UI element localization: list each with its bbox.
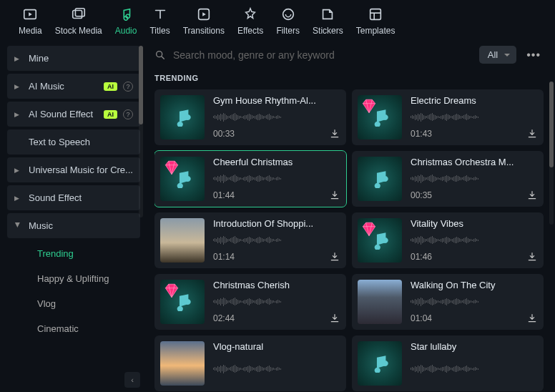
nav-label: Transitions [183,26,225,36]
waveform [213,174,340,184]
track-title: Walking On The City [411,280,538,290]
top-nav: MediaStock MediaAudioTitlesTransitionsEf… [0,0,555,39]
track-duration: 01:14 [213,252,235,262]
media-icon [21,6,39,23]
filter-dropdown[interactable]: All [479,46,516,64]
sidebar-subitem[interactable]: Happy & Uplifting [7,266,140,291]
track-thumbnail [160,280,205,324]
nav-transitions[interactable]: Transitions [179,6,229,36]
chevron-right-icon: ▶ [14,111,21,118]
nav-templates[interactable]: Templates [352,6,400,36]
sidebar-item-label: Text to Speech [29,137,133,147]
track-duration: 01:43 [411,129,432,139]
download-button[interactable] [329,313,340,324]
track-card[interactable]: Electric Dreams 01:43 [352,89,544,145]
track-thumbnail [160,157,205,201]
sidebar-item[interactable]: ▶Music [7,213,140,238]
track-card[interactable]: Walking On The City 01:04 [352,274,544,330]
download-button[interactable] [329,251,340,263]
track-thumbnail [358,280,402,324]
transitions-icon [195,6,212,23]
search-input[interactable] [173,49,472,61]
stock-media-icon [70,6,87,23]
track-grid: Gym House Rhythm-Al... 00:33 Electric Dr… [154,89,544,391]
sidebar-item[interactable]: ▶AI MusicAI? [7,74,140,99]
track-title: Christmas Orchestra M... [411,157,538,167]
sidebar-item[interactable]: ▶Mine [7,46,140,71]
download-button[interactable] [526,190,538,201]
nav-stock-media[interactable]: Stock Media [51,6,107,36]
sidebar: ▶Mine▶AI MusicAI?▶AI Sound EffectAI?Text… [0,39,143,392]
track-thumbnail [160,341,205,386]
track-card[interactable]: Vitality Vibes 01:46 [352,212,544,268]
content-scrollbar[interactable] [549,82,554,225]
effects-icon [242,6,259,23]
chevron-right-icon: ▶ [14,195,21,202]
track-title: Vitality Vibes [411,218,538,229]
download-button[interactable] [526,313,538,324]
nav-titles[interactable]: Titles [145,6,174,36]
stickers-icon [319,6,336,23]
track-thumbnail [358,218,402,263]
sidebar-subitem[interactable]: Trending [7,241,140,266]
nav-label: Templates [356,26,396,36]
waveform [213,364,340,374]
nav-label: Stock Media [55,26,102,36]
diamond-icon [162,159,181,177]
more-button[interactable]: ••• [524,49,544,62]
track-title: Introduction Of Shoppi... [213,218,340,229]
download-button[interactable] [329,128,340,139]
chevron-right-icon: ▶ [14,167,21,174]
waveform [213,112,340,122]
waveform [411,174,538,184]
help-icon[interactable]: ? [123,109,133,119]
track-thumbnail [160,95,205,139]
nav-audio[interactable]: Audio [111,6,142,36]
track-title: Star lullaby [411,341,538,352]
track-thumbnail [160,218,205,263]
track-duration: 01:44 [213,190,235,200]
sidebar-item[interactable]: Text to Speech [7,129,140,155]
track-title: Gym House Rhythm-Al... [213,95,340,106]
sidebar-item[interactable]: ▶Universal Music for Cre... [7,157,140,182]
track-card[interactable]: Star lullaby [352,335,544,391]
nav-stickers[interactable]: Stickers [308,6,348,36]
nav-filters[interactable]: Filters [272,6,304,36]
sidebar-item[interactable]: ▶Sound Effect [7,185,140,210]
waveform [411,364,538,374]
download-button[interactable] [526,251,538,263]
sidebar-subitem[interactable]: Cinematic [7,316,140,341]
sidebar-item[interactable]: ▶AI Sound EffectAI? [7,102,140,127]
diamond-icon [162,282,181,300]
track-card[interactable]: Introduction Of Shoppi... 01:14 [154,212,346,268]
sidebar-item-label: AI Music [29,81,99,92]
track-card[interactable]: Christmas Orchestra M... 00:35 [352,151,544,207]
nav-label: Titles [149,26,170,36]
track-title: Christmas Cherish [213,280,340,290]
sidebar-item-label: Sound Effect [29,192,133,203]
section-title: TRENDING [154,74,544,82]
track-title: Cheerful Christmas [213,157,340,167]
nav-label: Filters [276,26,300,36]
sidebar-subitem[interactable]: Vlog [7,291,140,316]
chevron-right-icon: ▶ [14,222,21,230]
download-button[interactable] [329,190,340,201]
sidebar-collapse-button[interactable]: ‹ [124,372,140,388]
track-title: Vlog-natural [213,341,340,352]
nav-media[interactable]: Media [14,6,46,36]
track-card[interactable]: Christmas Cherish 02:44 [154,274,346,330]
download-button[interactable] [526,128,538,139]
track-duration: 01:04 [411,313,432,323]
sidebar-item-label: Music [29,220,133,231]
track-title: Electric Dreams [411,95,538,106]
track-card[interactable]: Vlog-natural [154,335,346,391]
track-card[interactable]: Gym House Rhythm-Al... 00:33 [154,89,346,145]
waveform [213,297,340,307]
diamond-icon [360,97,378,116]
nav-effects[interactable]: Effects [233,6,267,36]
help-icon[interactable]: ? [123,82,133,92]
ai-badge: AI [104,82,117,91]
track-card[interactable]: Cheerful Christmas 01:44 [154,151,346,207]
waveform [411,112,538,122]
filters-icon [280,6,297,23]
